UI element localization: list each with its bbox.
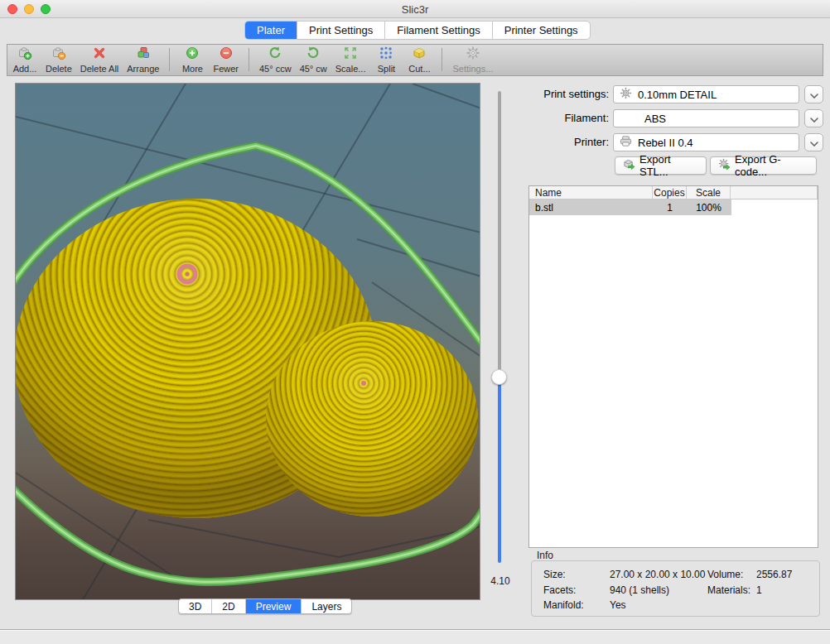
window-title: Slic3r — [0, 3, 830, 16]
rotate-cw-icon — [306, 46, 321, 64]
print-settings-value: 0.10mm DETAIL — [638, 89, 717, 101]
add-button[interactable]: Add... — [12, 46, 37, 74]
arrange-button[interactable]: Arrange — [127, 46, 159, 74]
tab-plater[interactable]: Plater — [245, 22, 297, 39]
main-tab-strip: Plater Print Settings Filament Settings … — [244, 21, 591, 40]
delete-all-button-label: Delete All — [80, 64, 118, 74]
gear-icon — [620, 87, 633, 102]
info-box: Size: 27.00 x 20.00 x 10.00 Volume: 2556… — [531, 560, 820, 617]
delete-button-label: Delete — [46, 64, 72, 74]
printer-icon — [620, 135, 633, 150]
layer-slider-value: 4.10 — [485, 575, 515, 587]
facets-label: Facets: — [543, 584, 576, 596]
cut-button-label: Cut... — [408, 64, 430, 74]
gear-icon — [466, 46, 480, 64]
tab-print-settings[interactable]: Print Settings — [297, 22, 385, 39]
split-dots-icon — [379, 46, 393, 64]
more-button-label: More — [182, 64, 203, 74]
more-button[interactable]: More — [180, 46, 205, 74]
printer-value: Rebel II 0.4 — [638, 137, 693, 149]
small-dome-top-infill — [361, 381, 366, 386]
rotate-ccw-button-label: 45° ccw — [259, 64, 292, 74]
layer-slider-track-lower[interactable] — [498, 377, 501, 563]
cubes-icon — [136, 46, 151, 64]
printer-combo[interactable]: Rebel II 0.4 — [613, 133, 799, 151]
box-minus-icon — [51, 46, 66, 64]
title-bar: Slic3r — [0, 0, 830, 18]
green-plus-circle-icon — [185, 46, 200, 64]
rotate-cw-button-label: 45° cw — [300, 64, 327, 74]
object-name: b.stl — [529, 202, 653, 214]
view-mode-tabs: 3D 2D Preview Layers — [178, 598, 352, 614]
add-button-label: Add... — [13, 64, 37, 74]
layer-slider-handle[interactable] — [491, 369, 507, 385]
toolbar-separator — [169, 48, 170, 71]
arrange-button-label: Arrange — [127, 64, 159, 74]
view-tab-3d[interactable]: 3D — [179, 599, 212, 613]
split-button[interactable]: Split — [374, 46, 398, 74]
export-stl-button[interactable]: Export STL... — [615, 156, 707, 175]
toolbar-separator — [442, 48, 442, 71]
filament-dropdown-button[interactable] — [804, 109, 823, 127]
fewer-button[interactable]: Fewer — [213, 46, 239, 74]
materials-label: Materials: — [707, 584, 750, 596]
scale-button-label: Scale... — [335, 64, 366, 74]
column-header-copies[interactable]: Copies — [653, 186, 687, 199]
red-x-icon — [92, 46, 107, 64]
chevron-down-icon — [810, 111, 818, 126]
3d-preview-viewport[interactable] — [15, 83, 480, 600]
filament-combo[interactable]: ABS — [613, 109, 799, 127]
facets-value: 940 (1 shells) — [610, 584, 669, 596]
volume-value: 2556.87 — [756, 569, 792, 580]
print-settings-label: Print settings: — [530, 88, 609, 100]
cut-button[interactable]: Cut... — [407, 46, 432, 74]
object-scale: 100% — [687, 202, 731, 214]
column-header-name[interactable]: Name — [529, 186, 653, 199]
view-tab-layers[interactable]: Layers — [302, 599, 351, 613]
object-list-table[interactable]: Name Copies Scale b.stl 1 100% — [528, 185, 818, 548]
split-button-label: Split — [378, 64, 395, 74]
export-gcode-button[interactable]: Export G-code... — [710, 156, 817, 175]
chevron-down-icon — [810, 135, 818, 150]
column-header-filler — [731, 186, 818, 199]
table-row[interactable]: b.stl 1 100% — [529, 199, 731, 215]
fewer-button-label: Fewer — [213, 64, 239, 74]
delete-all-button[interactable]: Delete All — [80, 46, 118, 74]
cut-box-icon — [412, 46, 427, 64]
size-label: Size: — [543, 569, 566, 580]
export-gcode-button-label: Export G-code... — [735, 153, 808, 178]
small-dome — [266, 321, 478, 517]
printer-dropdown-button[interactable] — [804, 133, 823, 151]
object-copies: 1 — [653, 202, 687, 214]
scale-button[interactable]: Scale... — [335, 46, 366, 74]
view-tab-2d[interactable]: 2D — [212, 599, 245, 613]
info-section-title: Info — [537, 550, 553, 561]
tab-printer-settings[interactable]: Printer Settings — [493, 22, 590, 39]
object-settings-button[interactable]: Settings... — [452, 46, 493, 74]
print-settings-combo[interactable]: 0.10mm DETAIL — [613, 85, 799, 103]
object-table-header: Name Copies Scale — [529, 186, 818, 199]
red-minus-circle-icon — [219, 46, 234, 64]
column-header-scale[interactable]: Scale — [687, 186, 731, 199]
export-stl-icon — [623, 158, 635, 173]
rotate-ccw-icon — [268, 46, 282, 64]
object-settings-button-label: Settings... — [452, 64, 493, 74]
print-settings-dropdown-button[interactable] — [804, 85, 823, 103]
rotate-ccw-button[interactable]: 45° ccw — [259, 46, 292, 74]
tab-filament-settings[interactable]: Filament Settings — [385, 22, 492, 39]
sliced-scene — [16, 84, 480, 600]
view-tab-preview[interactable]: Preview — [246, 599, 302, 613]
rotate-cw-button[interactable]: 45° cw — [300, 46, 327, 74]
size-value: 27.00 x 20.00 x 10.00 — [610, 569, 705, 580]
box-plus-icon — [17, 46, 32, 64]
scale-arrows-icon — [343, 46, 358, 64]
delete-button[interactable]: Delete — [46, 46, 72, 74]
filament-label: Filament: — [530, 112, 609, 124]
toolbar: Add... Delete Delete All Arrange More — [7, 44, 823, 76]
layer-slider-track-upper[interactable] — [498, 91, 501, 377]
status-bar — [0, 630, 830, 644]
printer-label: Printer: — [530, 136, 609, 148]
manifold-label: Manifold: — [543, 599, 584, 611]
export-gcode-icon — [718, 158, 731, 173]
toolbar-separator — [249, 48, 249, 71]
